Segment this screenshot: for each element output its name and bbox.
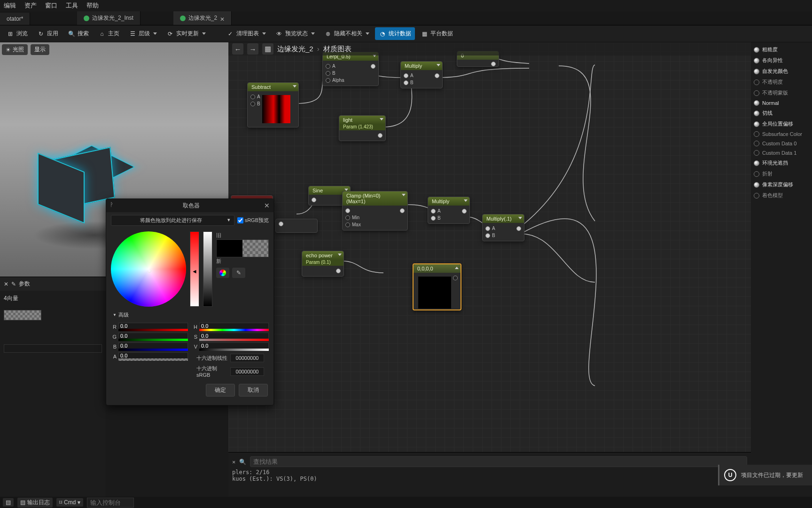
r-slider[interactable]: R0.0 <box>111 323 188 331</box>
stats-button[interactable]: ◔统计数据 <box>375 27 415 40</box>
output-log-button[interactable]: ▤输出日志 <box>17 498 53 508</box>
node-lerp[interactable]: Lerp(_0.5) A B Alpha <box>322 52 379 86</box>
input-pin[interactable] <box>404 80 408 85</box>
output-pin[interactable] <box>491 62 496 66</box>
nav-back-button[interactable]: ← <box>232 43 243 55</box>
output-pin[interactable] <box>453 276 458 280</box>
output-pin-item[interactable]: 着色模型 <box>753 190 810 201</box>
chevron-down-icon[interactable] <box>338 254 342 256</box>
nav-forward-button[interactable]: → <box>247 43 258 55</box>
param-slider[interactable] <box>4 344 102 353</box>
menu-asset[interactable]: 资产 <box>24 1 37 10</box>
b-slider[interactable]: B0.0 <box>111 342 188 351</box>
input-pin[interactable] <box>250 95 255 99</box>
h-slider[interactable]: H0.0 <box>192 323 269 331</box>
input-pin[interactable] <box>312 198 316 202</box>
chevron-down-icon[interactable] <box>437 64 440 66</box>
output-pin[interactable] <box>435 73 439 78</box>
eyedropper-tool[interactable]: ✎ <box>232 268 245 278</box>
browse-button[interactable]: ⊞浏览 <box>3 27 31 40</box>
input-pin[interactable] <box>326 71 330 76</box>
srgb-preview-checkbox[interactable]: sRGB预览 <box>237 217 269 224</box>
breadcrumb-leaf[interactable]: 材质图表 <box>323 45 351 53</box>
chevron-down-icon[interactable] <box>464 199 468 202</box>
platform-button[interactable]: ▦平台数据 <box>417 27 457 40</box>
nav-home-button[interactable]: ▦ <box>262 43 273 55</box>
input-pin[interactable] <box>326 78 330 83</box>
chevron-down-icon[interactable] <box>293 85 297 87</box>
lighting-mode-button[interactable]: ☀光照 <box>2 44 28 55</box>
color-circle-tool[interactable] <box>216 268 229 278</box>
home-button[interactable]: ⌂主页 <box>94 27 123 40</box>
value-strip[interactable] <box>203 231 212 307</box>
a-slider[interactable]: A0.0 <box>111 352 188 361</box>
apply-button[interactable]: ↻应用 <box>33 27 62 40</box>
input-pin[interactable] <box>326 64 330 69</box>
output-pin-item[interactable]: Normal <box>753 98 810 108</box>
close-icon[interactable]: ✕ <box>4 281 8 287</box>
output-pin-item[interactable]: 环境光遮挡 <box>753 158 810 168</box>
output-pin-item[interactable]: 折射 <box>753 168 810 179</box>
output-pin-item[interactable]: 全局位置偏移 <box>753 119 810 129</box>
show-button[interactable]: 显示 <box>31 44 49 55</box>
preview-state-button[interactable]: 👁预览状态 <box>272 27 319 40</box>
chevron-down-icon[interactable] <box>402 194 406 196</box>
s-slider[interactable]: S0.0 <box>192 333 269 341</box>
menu-window[interactable]: 窗口 <box>45 1 57 10</box>
color-wheel-cursor[interactable] <box>148 269 151 273</box>
node-vec4-selected[interactable]: 0,0,0,0 <box>413 263 461 310</box>
chevron-down-icon[interactable] <box>518 217 522 219</box>
chevron-down-icon[interactable]: ▾ <box>227 217 230 223</box>
g-slider[interactable]: G0.0 <box>111 333 188 341</box>
input-pin[interactable] <box>404 73 408 78</box>
tab-otator[interactable]: otator* <box>0 13 30 25</box>
output-pin-item[interactable]: Custom Data 1 <box>753 148 810 158</box>
node-reroute[interactable] <box>275 219 318 233</box>
input-pin[interactable] <box>431 209 436 214</box>
output-pin[interactable] <box>462 209 467 214</box>
dialog-titlebar[interactable]: ᚹ 取色器 ✕ <box>106 199 273 212</box>
cancel-button[interactable]: 取消 <box>239 384 268 397</box>
output-pin-item[interactable]: 不透明蒙版 <box>753 87 810 98</box>
node-subtract[interactable]: Subtract A B <box>247 82 299 127</box>
color-picker-dialog[interactable]: ᚹ 取色器 ✕ 将颜色拖放到此处进行保存 ▾ sRGB预览 ◄ 旧 新 <box>106 198 274 405</box>
output-pin[interactable] <box>371 64 375 69</box>
input-pin[interactable] <box>345 222 350 227</box>
output-pin[interactable] <box>378 133 383 138</box>
output-pin-item[interactable]: 切线 <box>753 108 810 119</box>
console-input[interactable] <box>87 498 134 508</box>
input-pin[interactable] <box>345 215 350 220</box>
output-pin-item[interactable]: 像素深度偏移 <box>753 179 810 190</box>
input-pin[interactable] <box>345 208 350 213</box>
menu-help[interactable]: 帮助 <box>86 1 99 10</box>
color-wheel[interactable] <box>111 231 186 307</box>
node-echo-power[interactable]: echo power Param (0.1) <box>302 251 344 277</box>
chevron-down-icon[interactable] <box>380 118 383 120</box>
clean-button[interactable]: ✓清理图表 <box>223 27 270 40</box>
material-graph[interactable]: ← → ▦ 边缘发光_2 › 材质图表 <box>228 42 751 452</box>
output-pin[interactable] <box>336 269 341 273</box>
ok-button[interactable]: 确定 <box>206 384 235 397</box>
node-multiply-3[interactable]: Multiply(.1) A B <box>482 214 524 241</box>
node-clamp[interactable]: Clamp (Min=0) (Max=1) Min Max <box>342 191 408 230</box>
node-multiply-2[interactable]: Multiply A B <box>428 197 470 224</box>
v-slider[interactable]: V0.0 <box>192 342 269 351</box>
live-update-button[interactable]: ⟳实时更新 <box>163 27 210 40</box>
output-pin[interactable] <box>279 222 283 226</box>
input-pin[interactable] <box>485 226 490 231</box>
hierarchy-button[interactable]: ☰层级 <box>125 27 161 40</box>
close-icon[interactable]: ✕ <box>220 16 225 21</box>
output-pin[interactable] <box>516 226 521 231</box>
advanced-toggle[interactable]: 高级 <box>106 310 273 320</box>
color-swatch-input[interactable] <box>4 310 41 320</box>
output-pin-item[interactable]: 不透明度 <box>753 77 810 87</box>
close-icon[interactable]: ✕ <box>232 459 235 465</box>
output-pin[interactable] <box>400 208 405 213</box>
hide-unrelated-button[interactable]: ⊗隐藏不相关 <box>320 27 373 40</box>
hex-srgb-input[interactable] <box>230 367 264 376</box>
drawer-button[interactable]: ▤ <box>3 498 14 507</box>
output-pin-item[interactable]: 各向异性 <box>753 55 810 66</box>
input-pin[interactable] <box>431 216 436 221</box>
cmd-dropdown[interactable]: ⌑Cmd ▾ <box>56 498 83 507</box>
input-pin[interactable] <box>485 233 490 238</box>
